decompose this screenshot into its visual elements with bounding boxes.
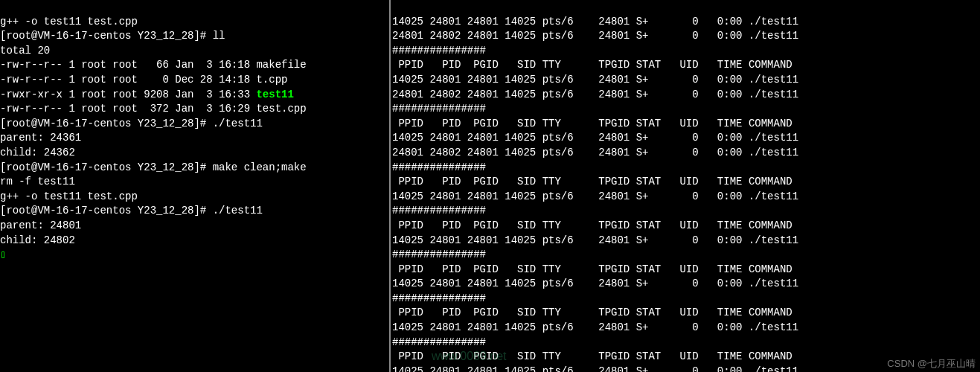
- ps-header: PPID PID PGID SID TTY TPGID STAT UID TIM…: [392, 118, 792, 129]
- ps-row: 14025 24801 24801 14025 pts/6 24801 S+ 0…: [392, 234, 798, 246]
- output-line: rm -f test11: [0, 176, 75, 187]
- command: ./test11: [213, 118, 263, 129]
- ps-header: PPID PID PGID SID TTY TPGID STAT UID TIM…: [392, 219, 792, 231]
- ls-row: -rw-r--r-- 1 root root 0 Dec 28 14:18 t.…: [0, 74, 287, 86]
- output-line: parent: 24361: [0, 132, 81, 144]
- command: ll: [213, 30, 225, 42]
- command: ./test11: [213, 205, 263, 217]
- separator: ###############: [392, 292, 486, 304]
- separator: ###############: [392, 205, 486, 217]
- separator: ###############: [392, 248, 486, 260]
- watermark-url: www.0069.net: [432, 348, 507, 365]
- ps-header: PPID PID PGID SID TTY TPGID STAT UID TIM…: [392, 307, 792, 318]
- executable-name: test11: [256, 89, 293, 100]
- separator: ###############: [392, 161, 486, 173]
- ps-row: 14025 24801 24801 14025 pts/6 24801 S+ 0…: [392, 278, 798, 289]
- ps-row: 24801 24802 24801 14025 pts/6 24801 S+ 0…: [392, 30, 798, 42]
- separator: ###############: [392, 103, 486, 115]
- ps-row: 14025 24801 24801 14025 pts/6 24801 S+ 0…: [392, 16, 798, 28]
- ps-row: 24801 24802 24801 14025 pts/6 24801 S+ 0…: [392, 147, 798, 158]
- watermark-csdn: CSDN @七月巫山晴: [887, 357, 976, 371]
- prompt: [root@VM-16-17-centos Y23_12_28]#: [0, 30, 213, 42]
- ps-header: PPID PID PGID SID TTY TPGID STAT UID TIM…: [392, 59, 792, 71]
- ps-row: 14025 24801 24801 14025 pts/6 24801 S+ 0…: [392, 190, 798, 202]
- output-line: g++ -o test11 test.cpp: [0, 190, 138, 202]
- left-terminal[interactable]: g++ -o test11 test.cpp [root@VM-16-17-ce…: [0, 0, 391, 372]
- output-line: g++ -o test11 test.cpp: [0, 16, 138, 28]
- ls-row: -rw-r--r-- 1 root root 372 Jan 3 16:29 t…: [0, 103, 307, 115]
- output-line: child: 24362: [0, 147, 75, 158]
- ps-row: 14025 24801 24801 14025 pts/6 24801 S+ 0…: [392, 74, 798, 86]
- output-line: total 20: [0, 45, 50, 57]
- command: make clean;make: [213, 161, 307, 173]
- output-line: child: 24802: [0, 234, 75, 246]
- separator: ###############: [392, 45, 486, 57]
- ls-row: -rw-r--r-- 1 root root 66 Jan 3 16:18 ma…: [0, 59, 307, 71]
- separator: ###############: [392, 336, 486, 348]
- ps-row: 14025 24801 24801 14025 pts/6 24801 S+ 0…: [392, 365, 798, 372]
- ps-row: 14025 24801 24801 14025 pts/6 24801 S+ 0…: [392, 321, 798, 333]
- right-terminal[interactable]: 14025 24801 24801 14025 pts/6 24801 S+ 0…: [391, 0, 980, 372]
- ps-header: PPID PID PGID SID TTY TPGID STAT UID TIM…: [392, 263, 792, 275]
- prompt: [root@VM-16-17-centos Y23_12_28]#: [0, 161, 213, 173]
- ps-row: 24801 24802 24801 14025 pts/6 24801 S+ 0…: [392, 89, 798, 100]
- ls-row: -rwxr-xr-x 1 root root 9208 Jan 3 16:33: [0, 89, 256, 100]
- prompt: [root@VM-16-17-centos Y23_12_28]#: [0, 205, 213, 217]
- ps-row: 14025 24801 24801 14025 pts/6 24801 S+ 0…: [392, 132, 798, 144]
- prompt: [root@VM-16-17-centos Y23_12_28]#: [0, 118, 213, 129]
- output-line: parent: 24801: [0, 219, 81, 231]
- ps-header: PPID PID PGID SID TTY TPGID STAT UID TIM…: [392, 176, 792, 187]
- cursor-icon: ▯: [0, 248, 6, 260]
